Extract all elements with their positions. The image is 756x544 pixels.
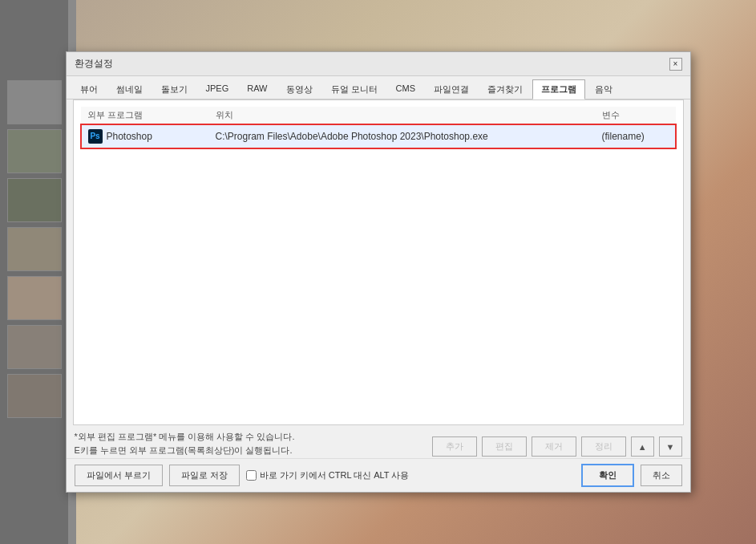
tab-view[interactable]: 뷰어 xyxy=(71,79,107,99)
col-header-name: 외부 프로그램 xyxy=(81,107,209,124)
tab-file[interactable]: 파일연결 xyxy=(425,79,478,99)
move-up-button[interactable]: ▲ xyxy=(631,436,654,457)
program-name-cell: Ps Photoshop xyxy=(81,124,209,148)
tab-bar: 뷰어 썸네일 돌보기 JPEG RAW 동영상 듀얼 모니터 CMS 파일연결 … xyxy=(67,76,690,99)
close-button[interactable]: × xyxy=(669,58,682,71)
preferences-dialog: 환경설정 × 뷰어 썸네일 돌보기 JPEG RAW 동영상 듀얼 모니터 CM… xyxy=(66,51,691,493)
programs-table: 외부 프로그램 위치 변수 Ps Photoshop C:\Progra xyxy=(80,107,677,149)
tab-video[interactable]: 동영상 xyxy=(277,79,321,99)
tab-shortcut[interactable]: 즐겨찾기 xyxy=(479,79,532,99)
dialog-overlay: 환경설정 × 뷰어 썸네일 돌보기 JPEG RAW 동영상 듀얼 모니터 CM… xyxy=(0,0,756,544)
bottom-note: *외부 편집 프로그램* 메뉴를 이용해 사용할 수 있습니다. E키를 누르면… xyxy=(75,430,295,457)
tab-dual[interactable]: 듀얼 모니터 xyxy=(322,79,386,99)
remove-button[interactable]: 제거 xyxy=(532,436,576,457)
save-to-file-button[interactable]: 파일로 저장 xyxy=(169,465,240,486)
dialog-titlebar: 환경설정 × xyxy=(67,52,690,76)
table-row[interactable]: Ps Photoshop C:\Program Files\Adobe\Adob… xyxy=(81,124,676,148)
tab-cms[interactable]: CMS xyxy=(387,79,424,99)
load-from-file-button[interactable]: 파일에서 부르기 xyxy=(75,465,163,486)
dialog-title: 환경설정 xyxy=(75,57,113,71)
sort-button[interactable]: 정리 xyxy=(581,436,626,457)
tab-browse[interactable]: 돌보기 xyxy=(152,79,196,99)
tab-sound[interactable]: 음악 xyxy=(586,79,621,99)
alt-key-label: 바로 가기 키에서 CTRL 대신 ALT 사용 xyxy=(246,469,575,481)
program-param: (filename) xyxy=(596,124,676,148)
cancel-button[interactable]: 취소 xyxy=(641,465,682,486)
alt-key-text: 바로 가기 키에서 CTRL 대신 ALT 사용 xyxy=(260,469,410,481)
edit-button[interactable]: 편집 xyxy=(482,436,527,457)
col-header-location: 위치 xyxy=(209,107,596,124)
col-header-param: 변수 xyxy=(596,107,676,124)
dialog-footer: 파일에서 부르기 파일로 저장 바로 가기 키에서 CTRL 대신 ALT 사용… xyxy=(67,458,690,492)
photoshop-icon: Ps xyxy=(88,129,103,144)
add-button[interactable]: 추가 xyxy=(432,436,477,457)
program-name: Photoshop xyxy=(107,131,152,142)
tab-raw[interactable]: RAW xyxy=(238,79,276,99)
bottom-note-line2: E키를 누르면 외부 프로그램(목록최상단)이 실행됩니다. xyxy=(75,444,295,457)
ok-button[interactable]: 확인 xyxy=(581,464,634,487)
tab-jpeg[interactable]: JPEG xyxy=(197,79,238,99)
tab-program[interactable]: 프로그램 xyxy=(532,79,585,99)
program-list-area: 외부 프로그램 위치 변수 Ps Photoshop C:\Progra xyxy=(73,99,684,425)
program-location: C:\Program Files\Adobe\Adobe Photoshop 2… xyxy=(209,124,596,148)
alt-key-checkbox[interactable] xyxy=(246,470,257,481)
tab-thumbnail[interactable]: 썸네일 xyxy=(107,79,152,99)
move-down-button[interactable]: ▼ xyxy=(659,436,682,457)
bottom-note-line1: *외부 편집 프로그램* 메뉴를 이용해 사용할 수 있습니다. xyxy=(75,430,295,444)
